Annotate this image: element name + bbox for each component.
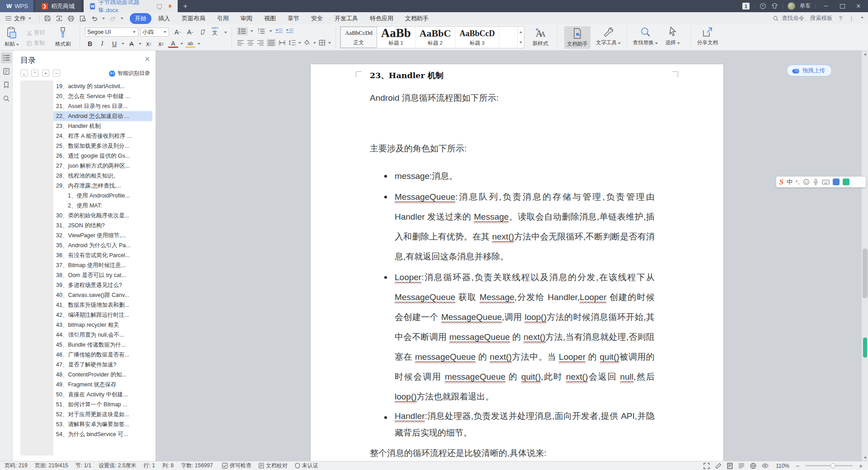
text-tool-button[interactable]: 文字工具 [596,26,621,46]
notes-pane-icon[interactable] [1,66,12,77]
subscript-button[interactable]: x2 [156,39,166,48]
ime-toolbar[interactable]: S 中 °, [776,176,866,188]
status-item[interactable]: 行: 1 [143,462,155,470]
toc-item-48[interactable]: 48、ContentProvider 的知... [53,370,152,380]
toc-item-50[interactable]: 50、直接在 Activity 中创建... [53,390,152,400]
toc-item-35[interactable]: 35、Android 为什么引入 Pa... [53,240,152,250]
keyboard-icon[interactable] [822,179,830,185]
outline-view-icon[interactable] [738,463,745,469]
menu-tab-章节[interactable]: 章节 [283,13,304,24]
italic-button[interactable]: I [97,39,107,48]
ime-toolbox-icon[interactable] [833,179,840,185]
style-item-标题 2[interactable]: AaBbC标题 2 [415,27,456,48]
zoom-slider[interactable] [806,465,853,466]
fullscreen-icon[interactable] [703,463,710,469]
underline-button[interactable]: U [109,39,119,48]
command-search[interactable]: 查找命令、搜索模板 [773,14,833,22]
font-color-button[interactable]: A [168,40,178,48]
borders-dropdown-icon[interactable] [328,42,331,44]
undo-dropdown-icon[interactable] [102,18,105,19]
toc-expand-all-icon[interactable]: ⌄ [20,70,28,77]
toc-item-45[interactable]: 45、Bundle 传递数据为什... [53,340,152,350]
toc-item-30[interactable]: 30、类的初始化顺序依次是... [53,211,152,221]
menu-tab-页面布局[interactable]: 页面布局 [177,13,210,24]
font-color-dropdown-icon[interactable] [180,43,183,45]
align-center-button[interactable] [247,40,254,46]
underline-dropdown-icon[interactable] [122,43,124,45]
toc-item-44[interactable]: 44、强引用置为 null,会不... [53,330,152,340]
zoom-out-button[interactable]: − [795,462,800,470]
menu-tab-视图[interactable]: 视图 [259,13,281,24]
ime-punctuation-toggle[interactable]: °, [796,179,800,185]
more-quick-icon[interactable] [121,18,123,19]
username[interactable]: 单车 [800,2,811,10]
redo-icon[interactable] [109,14,117,22]
toc-zoom-out-icon[interactable]: − [53,70,60,77]
toc-item-37[interactable]: 37、Bitmap 使用时候注意... [53,260,152,270]
align-left-button[interactable] [237,40,244,46]
scroll-up-icon[interactable] [862,51,868,57]
ime-skin-icon[interactable] [843,179,849,185]
proofread-toggle[interactable]: 文档校对 [259,462,288,470]
menu-tab-安全[interactable]: 安全 [306,13,328,24]
toc-item-27[interactable]: 27、json 解析方式的两种区... [53,161,152,171]
highlight-dropdown-icon[interactable] [198,43,200,45]
pinyin-guide-icon[interactable]: wén 文 [212,26,218,35]
collapse-ribbon-icon[interactable] [861,15,863,22]
sogou-logo-icon[interactable]: S [779,178,783,186]
numbered-list-button[interactable] [256,27,267,35]
toc-item-21[interactable]: 21、Asset 目录与 res 目录... [53,101,152,111]
styles-scroll[interactable] [517,27,524,48]
menu-tab-开发工具[interactable]: 开发工具 [330,13,363,24]
toc-item-24[interactable]: 24、程序 A 能否接收到程序 ... [53,131,152,141]
bullet-list-button[interactable] [237,27,248,35]
toc-item-2[interactable]: 2、使用 MAT: [53,201,152,211]
toc-item-36[interactable]: 36、有没有尝试简化 Parcel... [53,250,152,260]
toc-item-39[interactable]: 39、多进程场景遇见过么? [53,280,152,290]
strikethrough-dropdown-icon[interactable] [139,43,142,45]
document-tab[interactable]: W 字节跳动面试题集.docx [84,0,178,12]
paste-button[interactable]: 粘贴 [5,27,19,47]
new-tab-button[interactable]: + [178,0,193,12]
toc-item-53[interactable]: 53、请解释安卓为嘛要加签... [53,419,152,429]
clear-format-icon[interactable] [198,28,208,37]
more-menu-icon[interactable]: ⋮ [849,15,854,22]
line-spacing-button[interactable] [288,40,296,46]
emoji-icon[interactable] [803,179,810,185]
toc-item-41[interactable]: 41、数据库升级增加表和删... [53,300,152,310]
menu-tab-特色应用[interactable]: 特色应用 [365,13,398,24]
toc-item-19[interactable]: 19、activity 的 startActivit... [53,81,152,91]
save-icon[interactable] [43,14,51,22]
bullet-list-dropdown-icon[interactable] [250,30,253,32]
toc-item-28[interactable]: 28、线程池的相关知识。 [53,171,152,181]
toc-item-32[interactable]: 32、ViewPager 使用细节,... [53,230,152,240]
toc-close-icon[interactable]: ✕ [144,55,150,63]
zoom-value[interactable]: 110% [774,463,789,469]
increase-indent-button[interactable] [286,28,294,34]
docer-store-tab[interactable]: ❯ 稻壳商城 [35,0,81,12]
page-view-icon[interactable] [727,463,733,469]
cut-button[interactable]: 剪切 [26,29,45,37]
ime-language-toggle[interactable]: 中 [787,178,793,186]
print-icon[interactable] [67,14,75,22]
search-pane-icon[interactable] [1,93,12,104]
member-icon[interactable] [759,3,766,10]
increase-font-icon[interactable]: A+ [173,28,183,37]
menu-tab-审阅[interactable]: 审阅 [236,13,257,24]
decrease-indent-button[interactable] [275,28,283,34]
distribute-button[interactable] [278,40,286,46]
toc-item-49[interactable]: 49、Fragment 状态保存 [53,380,152,390]
vertical-scrollbar[interactable] [861,51,868,461]
toc-zoom-in-icon[interactable]: + [42,70,49,77]
bold-button[interactable]: B [85,39,95,48]
toc-item-46[interactable]: 46、广播传输的数据是否有... [53,350,152,360]
style-item-标题 3[interactable]: AaBbCcD标题 3 [455,27,499,48]
message-count-badge[interactable]: 1 [742,3,750,9]
status-item[interactable]: 页码: 219 [5,462,28,470]
menu-tab-开始[interactable]: 开始 [130,13,151,24]
strikethrough-button[interactable]: A [127,39,137,48]
align-right-button[interactable] [257,40,264,46]
toc-pane-toggle-icon[interactable] [1,52,12,63]
select-button[interactable]: 选择 [665,26,680,46]
line-spacing-dropdown-icon[interactable] [298,42,301,44]
